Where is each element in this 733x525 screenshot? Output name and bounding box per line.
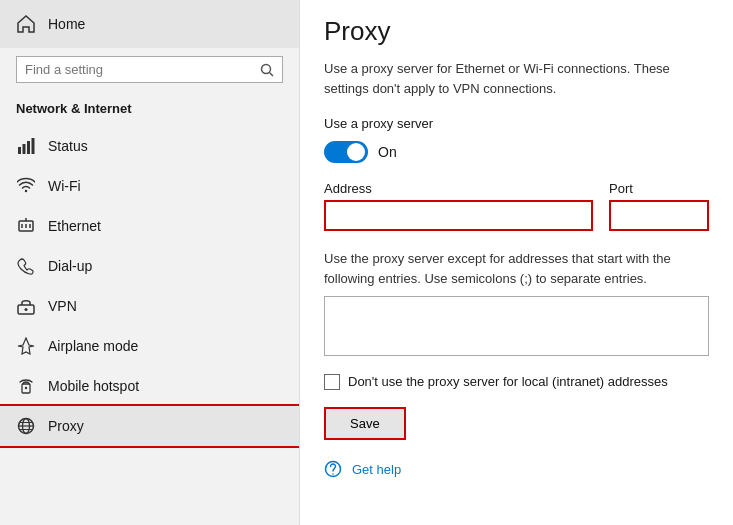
local-addresses-checkbox[interactable] [324, 374, 340, 390]
wifi-icon [16, 176, 36, 196]
save-button[interactable]: Save [324, 407, 406, 440]
sidebar-item-dialup[interactable]: Dial-up [0, 246, 299, 286]
status-label: Status [48, 138, 88, 154]
proxy-icon [16, 416, 36, 436]
sidebar-item-wifi[interactable]: Wi-Fi [0, 166, 299, 206]
home-label: Home [48, 16, 85, 32]
svg-rect-2 [18, 147, 21, 154]
toggle-thumb [347, 143, 365, 161]
address-group: Address [324, 181, 593, 231]
get-help-icon [324, 460, 342, 478]
sidebar-item-airplane[interactable]: Airplane mode [0, 326, 299, 366]
toggle-state-label: On [378, 144, 397, 160]
airplane-icon [16, 336, 36, 356]
hotspot-icon [16, 376, 36, 396]
svg-point-21 [332, 473, 334, 475]
ethernet-icon [16, 216, 36, 236]
main-content: Proxy Use a proxy server for Ethernet or… [300, 0, 733, 525]
address-input[interactable] [324, 200, 593, 231]
airplane-label: Airplane mode [48, 338, 138, 354]
sidebar-item-hotspot[interactable]: Mobile hotspot [0, 366, 299, 406]
dialup-icon [16, 256, 36, 276]
vpn-icon [16, 296, 36, 316]
wifi-label: Wi-Fi [48, 178, 81, 194]
port-group: Port [609, 181, 709, 231]
dialup-label: Dial-up [48, 258, 92, 274]
svg-point-0 [262, 64, 271, 73]
svg-line-1 [270, 72, 274, 76]
sidebar-home[interactable]: Home [0, 0, 299, 48]
get-help-row: Get help [324, 460, 709, 478]
port-input[interactable] [609, 200, 709, 231]
home-icon [16, 14, 36, 34]
sidebar-item-ethernet[interactable]: Ethernet [0, 206, 299, 246]
search-box[interactable] [16, 56, 283, 83]
hotspot-label: Mobile hotspot [48, 378, 139, 394]
search-icon [260, 63, 274, 77]
sidebar: Home Network & Internet Status [0, 0, 300, 525]
exceptions-description: Use the proxy server except for addresse… [324, 249, 709, 288]
page-title: Proxy [324, 16, 709, 47]
sidebar-item-proxy[interactable]: Proxy [0, 406, 299, 446]
address-port-row: Address Port [324, 181, 709, 231]
port-label: Port [609, 181, 709, 196]
status-icon [16, 136, 36, 156]
sidebar-item-vpn[interactable]: VPN [0, 286, 299, 326]
get-help-label[interactable]: Get help [352, 462, 401, 477]
toggle-row: On [324, 141, 709, 163]
svg-rect-3 [23, 144, 26, 154]
address-label: Address [324, 181, 593, 196]
local-addresses-label: Don't use the proxy server for local (in… [348, 373, 668, 391]
proxy-label: Proxy [48, 418, 84, 434]
description: Use a proxy server for Ethernet or Wi-Fi… [324, 59, 709, 98]
sidebar-item-status[interactable]: Status [0, 126, 299, 166]
search-input[interactable] [25, 62, 260, 77]
ethernet-label: Ethernet [48, 218, 101, 234]
svg-rect-5 [32, 138, 35, 154]
section-title: Network & Internet [0, 95, 299, 126]
proxy-toggle[interactable] [324, 141, 368, 163]
local-addresses-checkbox-row: Don't use the proxy server for local (in… [324, 373, 709, 391]
svg-point-12 [25, 308, 28, 311]
exceptions-textarea[interactable] [324, 296, 709, 356]
vpn-label: VPN [48, 298, 77, 314]
svg-rect-4 [27, 141, 30, 154]
use-proxy-section-label: Use a proxy server [324, 116, 709, 131]
svg-point-14 [25, 387, 27, 389]
